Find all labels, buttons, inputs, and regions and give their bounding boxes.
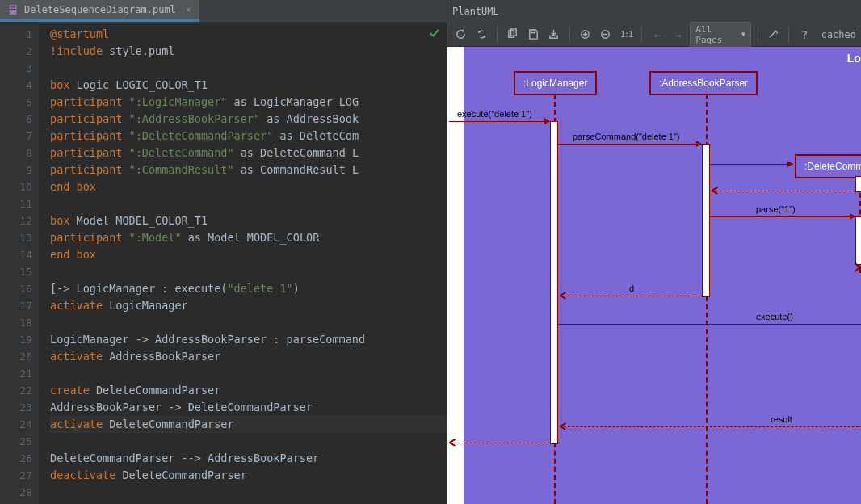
code-line[interactable]: participant ":DeleteCommand" as DeleteCo… xyxy=(50,145,447,162)
code-line[interactable]: DeleteCommandParser --> AddressBookParse… xyxy=(50,450,447,467)
arrowhead-icon xyxy=(449,442,456,443)
line-number: 13 xyxy=(0,229,32,246)
diagram-canvas: Logic :LogicManager :AddressBookParser :… xyxy=(464,47,861,504)
participant-addressbookparser: :AddressBookParser xyxy=(649,71,758,95)
code-line[interactable]: AddressBookParser -> DeleteCommandParser xyxy=(50,399,447,416)
code-line[interactable] xyxy=(50,433,447,450)
participant-logicmanager: :LogicManager xyxy=(514,71,597,95)
line-number: 9 xyxy=(0,162,32,178)
editor-area[interactable]: 1234567891011121314151617181920212223242… xyxy=(0,23,447,504)
zoom-actual-button[interactable]: 1:1 xyxy=(618,25,636,44)
svg-rect-1 xyxy=(11,7,15,8)
svg-rect-2 xyxy=(11,9,15,10)
line-number: 4 xyxy=(0,77,32,94)
code-line[interactable]: box Logic LOGIC_COLOR_T1 xyxy=(50,77,447,94)
line-number: 20 xyxy=(0,348,32,365)
file-icon xyxy=(8,4,19,15)
pages-selector[interactable]: All Pages▼ xyxy=(690,22,750,48)
msg-result: result xyxy=(771,414,792,424)
close-icon[interactable]: × xyxy=(186,4,191,15)
line-number: 17 xyxy=(0,297,32,314)
tab-bar: DeleteSequenceDiagram.puml × xyxy=(0,0,447,23)
arrow xyxy=(558,324,861,325)
code-line[interactable]: activate LogicManager xyxy=(50,297,447,314)
msg-d: d xyxy=(629,284,634,293)
copy-button[interactable] xyxy=(504,25,522,44)
code-line[interactable]: @startuml xyxy=(50,26,447,43)
line-number: 22 xyxy=(0,382,32,399)
file-tab[interactable]: DeleteSequenceDiagram.puml × xyxy=(0,0,200,22)
participant-deletecommandparser: :DeleteComma xyxy=(795,154,861,178)
activation-bar xyxy=(855,176,861,192)
help-button[interactable]: ? xyxy=(796,25,813,44)
export-button[interactable] xyxy=(545,25,563,44)
save-button[interactable] xyxy=(525,25,543,44)
arrowhead-icon xyxy=(544,118,550,124)
line-gutter: 1234567891011121314151617181920212223242… xyxy=(0,23,39,504)
activation-bar xyxy=(855,216,861,265)
code-line[interactable]: !include style.puml xyxy=(50,43,447,60)
line-number: 19 xyxy=(0,331,32,348)
code-line[interactable] xyxy=(50,314,447,331)
diagram-viewport[interactable]: Logic :LogicManager :AddressBookParser :… xyxy=(447,47,861,504)
arrow xyxy=(710,164,793,165)
code-line[interactable]: participant ":LogicManager" as LogicMana… xyxy=(50,94,447,111)
code-line[interactable]: participant ":AddressBookParser" as Addr… xyxy=(50,111,447,128)
code-content[interactable]: @startuml!include style.pumlbox Logic LO… xyxy=(39,23,447,504)
preview-title: PlantUML xyxy=(447,0,861,23)
prev-button[interactable]: ← xyxy=(649,25,666,44)
line-number: 7 xyxy=(0,128,32,145)
code-line[interactable] xyxy=(50,365,447,382)
arrowhead-icon xyxy=(788,161,793,167)
code-line[interactable]: participant ":DeleteCommandParser" as De… xyxy=(50,128,447,145)
code-line[interactable]: activate AddressBookParser xyxy=(50,348,447,365)
zoom-in-button[interactable] xyxy=(577,25,594,44)
code-line[interactable]: LogicManager -> AddressBookParser : pars… xyxy=(50,331,447,348)
settings-button[interactable] xyxy=(765,25,783,44)
line-number: 18 xyxy=(0,314,32,331)
line-number: 15 xyxy=(0,263,32,280)
activation-bar xyxy=(550,121,558,444)
msg-execute: execute("delete 1") xyxy=(457,109,532,119)
code-line[interactable]: activate DeleteCommandParser xyxy=(50,416,447,433)
code-line[interactable]: participant ":Model" as Model MODEL_COLO… xyxy=(50,229,447,246)
msg-parsecommand: parseCommand("delete 1") xyxy=(573,132,680,141)
code-line[interactable] xyxy=(50,60,447,77)
code-line[interactable]: box Model MODEL_COLOR_T1 xyxy=(50,212,447,229)
tab-filename: DeleteSequenceDiagram.puml xyxy=(24,4,176,15)
line-number: 16 xyxy=(0,280,32,297)
line-number: 21 xyxy=(0,365,32,382)
code-line[interactable]: create DeleteCommandParser xyxy=(50,382,447,399)
line-number: 25 xyxy=(0,433,32,450)
code-line[interactable] xyxy=(50,263,447,280)
arrow xyxy=(560,296,702,296)
code-line[interactable]: end box xyxy=(50,246,447,263)
line-number: 27 xyxy=(0,467,32,484)
line-number: 26 xyxy=(0,450,32,467)
code-line[interactable] xyxy=(50,484,447,501)
line-number: 3 xyxy=(0,60,32,77)
line-number: 8 xyxy=(0,145,32,162)
line-number: 1 xyxy=(0,26,32,43)
arrow xyxy=(712,191,855,191)
code-line[interactable]: [-> LogicManager : execute("delete 1") xyxy=(50,280,447,297)
arrowhead-icon xyxy=(850,213,855,220)
refresh-button[interactable] xyxy=(452,25,470,44)
next-button[interactable]: → xyxy=(670,25,687,44)
arrow xyxy=(558,144,702,145)
code-line[interactable]: participant ":CommandResult" as CommandR… xyxy=(50,162,447,178)
msg-parse: parse("1") xyxy=(756,204,796,214)
activation-bar xyxy=(702,144,710,297)
status-indicator-icon xyxy=(429,27,440,39)
svg-rect-5 xyxy=(531,30,536,33)
line-number: 28 xyxy=(0,484,32,501)
separator xyxy=(641,27,642,43)
arrow xyxy=(560,426,861,427)
zoom-out-button[interactable] xyxy=(597,25,615,44)
code-line[interactable] xyxy=(50,195,447,212)
sync-button[interactable] xyxy=(473,25,491,44)
code-line[interactable]: deactivate DeleteCommandParser xyxy=(50,467,447,484)
code-line[interactable]: end box xyxy=(50,178,447,195)
destroy-icon xyxy=(853,261,861,274)
line-number: 5 xyxy=(0,94,32,111)
